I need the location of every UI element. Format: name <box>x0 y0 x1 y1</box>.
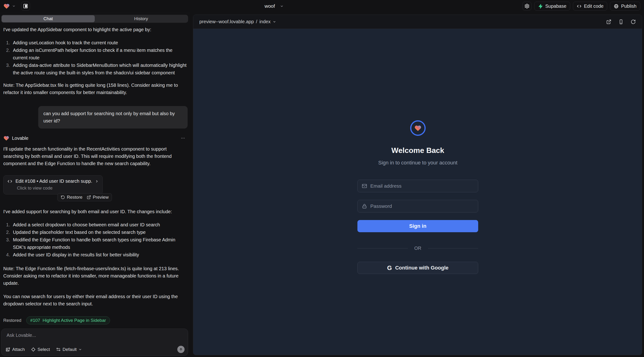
image-plus-icon <box>6 347 10 352</box>
list-item: Added a select dropdown to choose betwee… <box>3 221 188 228</box>
version-number: #107 <box>30 318 40 323</box>
restore-label: Restore <box>67 195 82 200</box>
restored-version-badge[interactable]: #107 Highlight Active Page in Sidebar <box>26 316 110 324</box>
preview-browser-bar: preview--woof.lovable.app / index <box>193 15 642 29</box>
supabase-label: Supabase <box>545 4 566 9</box>
email-field[interactable] <box>358 180 478 192</box>
list-item: Adding useLocation hook to track the cur… <box>3 39 188 46</box>
preview-button[interactable]: Preview <box>87 195 109 200</box>
list-item: Updated the placeholder text based on th… <box>3 228 188 236</box>
assistant-header: Lovable <box>3 135 188 141</box>
lovable-heart-logo-icon[interactable] <box>3 3 10 10</box>
preview-panel: preview--woof.lovable.app / index Wel <box>193 14 642 355</box>
chat-scroll-area[interactable]: I've updated the AppSidebar component to… <box>0 23 190 328</box>
email-input[interactable] <box>370 183 474 189</box>
code-icon <box>577 4 582 9</box>
assistant-paragraph: I've added support for searching by both… <box>3 208 188 215</box>
restore-button[interactable]: Restore <box>61 195 82 200</box>
open-in-new-tab-icon[interactable] <box>606 19 612 24</box>
select-button[interactable]: Select <box>31 347 50 352</box>
chevron-down-icon <box>78 348 82 351</box>
chat-panel: Chat History I've updated the AppSidebar… <box>0 12 190 357</box>
attach-button[interactable]: Attach <box>6 347 25 352</box>
attach-label: Attach <box>12 347 25 352</box>
signin-title: Welcome Back <box>392 146 444 155</box>
google-signin-button[interactable]: G Continue with Google <box>358 262 478 274</box>
gear-icon <box>524 4 530 9</box>
assistant-name: Lovable <box>12 136 28 141</box>
more-options-icon[interactable] <box>180 136 188 140</box>
edit-version-card[interactable]: Edit #108 • Add user ID search supp... C… <box>3 175 103 194</box>
supabase-icon <box>538 4 543 9</box>
edit-code-label: Edit code <box>584 4 604 9</box>
list-item: Modified the Edge Function to handle bot… <box>3 236 188 251</box>
code-icon <box>7 179 12 184</box>
edit-card-subtitle: Click to view code <box>17 186 99 191</box>
signin-button[interactable]: Sign in <box>358 220 478 232</box>
mode-label: Default <box>62 347 77 352</box>
chat-input[interactable] <box>6 332 183 344</box>
chat-history-tabs: Chat History <box>1 15 188 23</box>
url-host: preview--woof.lovable.app <box>199 19 254 24</box>
list-item: Adding data-active attribute to SidebarM… <box>3 62 188 76</box>
list-item: Adding an isCurrentPath helper function … <box>3 46 188 62</box>
assistant-paragraph: I've updated the AppSidebar component to… <box>3 26 188 33</box>
version-title: Highlight Active Page in Sidebar <box>42 318 106 323</box>
chevron-right-icon <box>95 180 99 183</box>
supabase-button[interactable]: Supabase <box>534 2 570 10</box>
select-label: Select <box>38 347 50 352</box>
preview-url[interactable]: preview--woof.lovable.app / index <box>199 19 276 24</box>
signin-card: Welcome Back Sign in to continue to your… <box>358 120 478 274</box>
panel-left-icon <box>23 4 28 9</box>
heart-icon <box>414 124 422 132</box>
password-input[interactable] <box>370 203 474 209</box>
tab-chat[interactable]: Chat <box>2 15 95 22</box>
chevron-down-icon[interactable] <box>12 4 16 8</box>
edit-card-title: Edit #108 • Add user ID search supp... <box>16 178 92 184</box>
project-name: woof <box>264 3 275 9</box>
restore-icon <box>61 195 65 200</box>
password-field[interactable] <box>358 200 478 212</box>
or-divider: OR <box>358 246 478 251</box>
list-item: Added the user ID display in the results… <box>3 251 188 258</box>
assistant-note: Note: The AppSidebar.tsx file is getting… <box>3 82 188 96</box>
version-actions: Restore Preview <box>58 193 112 201</box>
arrow-up-icon <box>179 348 183 351</box>
restored-row: Restored #107 Highlight Active Page in S… <box>3 316 188 324</box>
sliders-icon <box>56 347 61 352</box>
chevron-down-icon <box>280 4 284 8</box>
assistant-paragraph: You can now search for users by either t… <box>3 293 188 308</box>
mobile-view-icon[interactable] <box>618 19 624 24</box>
user-message-bubble: can you add support for searching not on… <box>38 106 188 128</box>
lovable-heart-avatar-icon <box>3 135 10 141</box>
sidebar-toggle-button[interactable] <box>21 2 30 10</box>
lock-icon <box>362 204 367 209</box>
or-label: OR <box>414 246 422 251</box>
google-button-label: Continue with Google <box>395 265 448 271</box>
assistant-list: Adding useLocation hook to track the cur… <box>3 39 188 76</box>
publish-label: Publish <box>621 4 636 9</box>
globe-icon <box>614 4 619 9</box>
assistant-paragraph: I'll update the search functionality in … <box>3 146 188 167</box>
top-bar: woof Supabase Edit code Publish <box>0 0 644 12</box>
restored-label: Restored <box>3 318 21 323</box>
assistant-list: Added a select dropdown to choose betwee… <box>3 221 188 258</box>
crosshair-icon <box>31 347 36 352</box>
publish-button[interactable]: Publish <box>610 2 640 10</box>
url-separator: / <box>256 19 257 24</box>
assistant-note: Note: The Edge Function file (fetch-fire… <box>3 265 188 287</box>
refresh-icon[interactable] <box>631 19 636 24</box>
tab-history[interactable]: History <box>95 15 188 22</box>
mode-selector[interactable]: Default <box>56 347 82 352</box>
mail-icon <box>362 184 367 188</box>
chevron-down-icon <box>273 20 276 24</box>
google-icon: G <box>387 264 392 272</box>
edit-code-button[interactable]: Edit code <box>573 2 607 10</box>
composer: Attach Select Default <box>1 328 188 356</box>
signin-subtitle: Sign in to continue to your account <box>378 160 458 166</box>
preview-label: Preview <box>93 195 109 200</box>
project-switcher[interactable]: woof <box>264 0 284 12</box>
send-button[interactable] <box>177 346 184 353</box>
settings-button[interactable] <box>522 2 532 10</box>
app-logo <box>410 120 426 136</box>
